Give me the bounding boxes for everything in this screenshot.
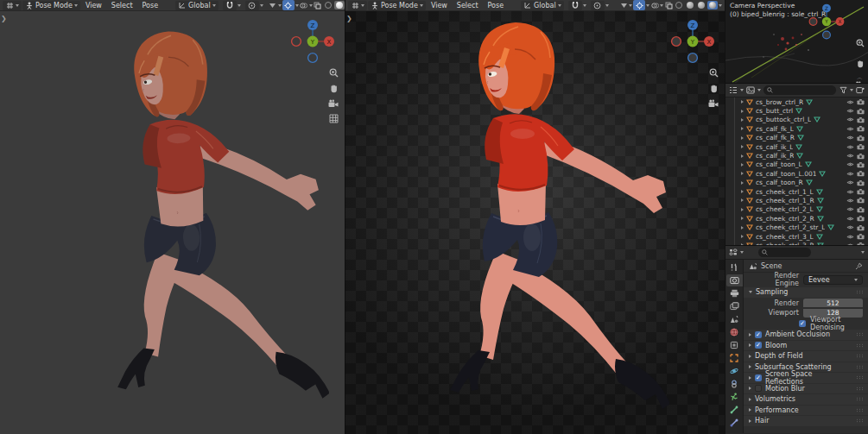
proportional-dropdown[interactable] [605,4,609,7]
mode-dropdown[interactable]: Pose Mode [368,1,426,10]
object-name[interactable]: cs_calf_fk_L [756,125,794,133]
gizmo-dropdown[interactable] [295,4,299,7]
disable-render-icon[interactable] [857,161,865,168]
object-name[interactable]: cs_butt_ctrl [756,107,793,115]
disable-render-icon[interactable] [857,108,865,115]
outliner-row[interactable]: cs_cheek_ctrl_1_L [725,187,868,196]
outliner-row[interactable]: cs_cheek_ctrl_2_str_L [725,223,868,231]
snap-dropdown[interactable] [238,4,241,7]
camera-viewport[interactable]: Camera Perspective (0) biped_blenrig : s… [725,0,868,84]
pan-button[interactable] [709,84,719,93]
hide-viewport-icon[interactable] [846,189,854,195]
disable-render-icon[interactable] [857,116,865,123]
object-name[interactable]: cs_cheek_ctrl_1_L [756,188,814,196]
hide-viewport-icon[interactable] [846,108,854,114]
panel-checkbox[interactable] [755,385,762,392]
outliner-row[interactable]: cs_calf_toon_R [725,179,868,187]
proportional-dropdown[interactable] [260,4,263,7]
properties-tab-object-data[interactable] [726,391,743,403]
expand-icon[interactable] [741,198,744,202]
outliner-row[interactable]: cs_butt_ctrl [725,106,868,115]
disable-render-icon[interactable] [857,170,865,177]
outliner-search-input[interactable] [763,85,836,95]
navigation-gizmo[interactable]: Z X Y [289,18,336,65]
panel-header-hair[interactable]: Hair [744,416,868,426]
object-visibility-icon[interactable] [269,1,277,9]
character-model-right[interactable] [371,13,669,431]
hide-viewport-icon[interactable] [846,198,854,204]
expand-icon[interactable] [741,181,744,185]
object-name[interactable]: cs_cheek_ctrl_2_R [756,215,814,223]
disable-render-icon[interactable] [857,215,865,222]
zoom-button[interactable] [329,68,339,78]
outliner-row[interactable]: cs_cheek_ctrl_1_R [725,196,868,204]
outliner-editor-icon[interactable] [729,86,738,95]
object-name[interactable]: cs_cheek_ctrl_2_L [756,205,814,213]
hide-viewport-icon[interactable] [846,153,854,159]
visibility-dropdown[interactable] [629,4,632,7]
shading-solid-button[interactable] [334,1,345,9]
editor-type-button[interactable] [3,1,22,10]
properties-tab-output[interactable] [726,287,743,299]
panel-checkbox[interactable]: ✓ [755,331,762,338]
menu-select[interactable]: Select [453,2,483,9]
object-name[interactable]: cs_calf_toon_L.001 [756,170,816,178]
orthographic-toggle-button[interactable] [329,114,339,123]
viewport-denoising-checkbox[interactable]: ✓ [799,320,806,327]
expand-icon[interactable] [741,110,744,113]
panel-drag-handle[interactable] [856,408,863,412]
properties-tab-view-layer[interactable] [726,300,743,312]
pan-button[interactable] [329,84,339,93]
hide-viewport-icon[interactable] [846,161,854,167]
pin-icon[interactable] [854,261,863,270]
show-gizmo-toggle[interactable] [633,0,645,10]
visibility-dropdown[interactable] [278,4,282,7]
object-name[interactable]: cs_brow_ctrl_R [756,98,803,106]
panel-checkbox[interactable]: ✓ [755,342,762,349]
expand-icon[interactable] [741,127,744,130]
properties-tab-render[interactable] [726,274,743,286]
panel-header-performance[interactable]: Performance [744,406,868,416]
toolbar-expand-arrow[interactable]: ❯ [346,15,352,22]
display-mode-icon[interactable] [746,86,755,95]
properties-options-dropdown[interactable] [861,251,865,254]
panel-header-volumetrics[interactable]: Volumetrics [744,394,868,405]
shading-wireframe-button[interactable] [323,1,333,9]
navigation-gizmo[interactable]: Z X Y [669,18,716,65]
panel-drag-handle[interactable] [856,332,863,337]
hide-viewport-icon[interactable] [846,234,854,240]
viewport-right-canvas[interactable]: ❯ Z X Y [345,11,725,434]
disable-render-icon[interactable] [857,233,865,240]
expand-icon[interactable] [741,190,744,193]
panel-header-ambient-occlusion[interactable]: ✓Ambient Occlusion [744,330,868,340]
object-name[interactable]: cs_cheek_ctrl_1_R [756,197,814,204]
viewport-left-canvas[interactable]: ❯ Z X Y [0,11,345,434]
hide-viewport-icon[interactable] [846,144,854,150]
properties-tab-physics[interactable] [726,365,743,377]
snap-toggle[interactable] [223,1,237,10]
display-mode-dropdown[interactable] [757,89,761,91]
properties-tab-scene[interactable] [726,313,743,325]
xray-toggle[interactable] [664,1,673,9]
expand-icon[interactable] [741,100,744,104]
panel-drag-handle[interactable] [856,418,863,423]
disable-render-icon[interactable] [857,224,865,231]
properties-tab-tool[interactable] [726,261,743,274]
hide-viewport-icon[interactable] [846,99,854,105]
outliner-row[interactable]: cs_buttock_ctrl_L [725,116,868,124]
breadcrumb-label[interactable]: Scene [761,262,782,270]
object-name[interactable]: cs_calf_toon_L [756,160,802,168]
properties-tab-object[interactable] [726,352,743,364]
panel-drag-handle[interactable] [856,387,863,391]
zoom-button[interactable] [709,68,719,78]
hide-viewport-icon[interactable] [846,116,854,123]
properties-tab-world[interactable] [726,326,743,338]
hide-viewport-icon[interactable] [846,224,854,230]
shading-wireframe-button[interactable] [674,1,684,9]
object-name[interactable]: cs_buttock_ctrl_L [756,116,811,123]
character-model-left[interactable] [29,15,330,431]
menu-select[interactable]: Select [107,2,137,9]
disable-render-icon[interactable] [857,153,865,160]
disable-render-icon[interactable] [857,125,865,132]
expand-icon[interactable] [741,208,744,211]
